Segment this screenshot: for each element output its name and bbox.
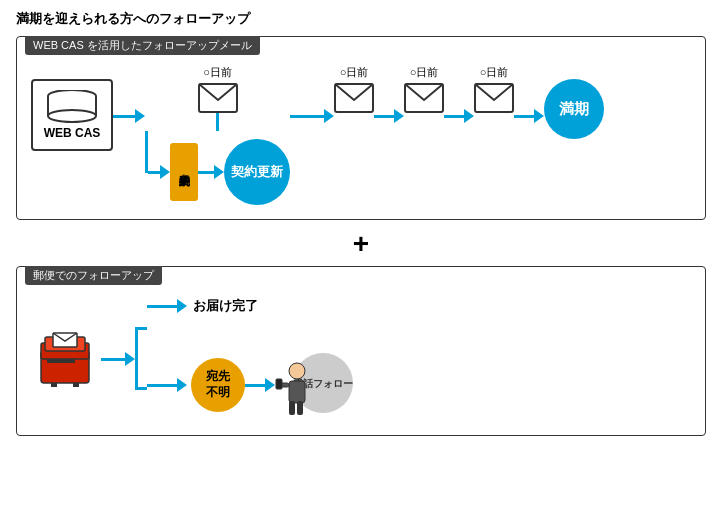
- svg-rect-14: [51, 383, 57, 387]
- db-icon: [45, 90, 99, 124]
- contract-box: 契約手続き: [170, 143, 198, 201]
- svg-rect-15: [73, 383, 79, 387]
- day-label-3: ○日前: [410, 65, 439, 80]
- unknown-circle: 宛先 不明: [191, 358, 245, 412]
- bottom-section-label: 郵便でのフォローアップ: [25, 266, 162, 285]
- day-label-2: ○日前: [340, 65, 369, 80]
- svg-rect-13: [47, 359, 75, 363]
- page-title: 満期を迎えられる方へのフォローアップ: [16, 10, 706, 28]
- person-icon: [275, 361, 319, 421]
- mail-icon-2: [334, 83, 374, 113]
- bottom-section-box: 郵便でのフォローアップ: [16, 266, 706, 436]
- mail-icon-1: [198, 83, 238, 113]
- svg-point-4: [48, 110, 96, 122]
- svg-rect-19: [297, 401, 303, 415]
- expiry-circle: 満期: [544, 79, 604, 139]
- webcas-box: WEB CAS: [31, 79, 113, 151]
- top-section-label: WEB CAS を活用したフォローアップメール: [25, 36, 260, 55]
- plus-sign: +: [16, 230, 706, 258]
- day-label-4: ○日前: [480, 65, 509, 80]
- svg-rect-18: [289, 401, 295, 415]
- top-section-box: WEB CAS を活用したフォローアップメール WEB CAS: [16, 36, 706, 220]
- mail-icon-3: [404, 83, 444, 113]
- svg-rect-21: [276, 379, 282, 389]
- svg-rect-17: [289, 381, 305, 403]
- mailbox-icon: [37, 331, 101, 387]
- unknown-label: 宛先 不明: [206, 369, 230, 400]
- renewal-circle: 契約更新: [224, 139, 290, 205]
- mail-icon-4: [474, 83, 514, 113]
- delivered-label: お届け完了: [193, 297, 258, 315]
- webcas-label: WEB CAS: [44, 126, 101, 140]
- day-label-1: ○日前: [203, 65, 232, 80]
- svg-point-16: [289, 363, 305, 379]
